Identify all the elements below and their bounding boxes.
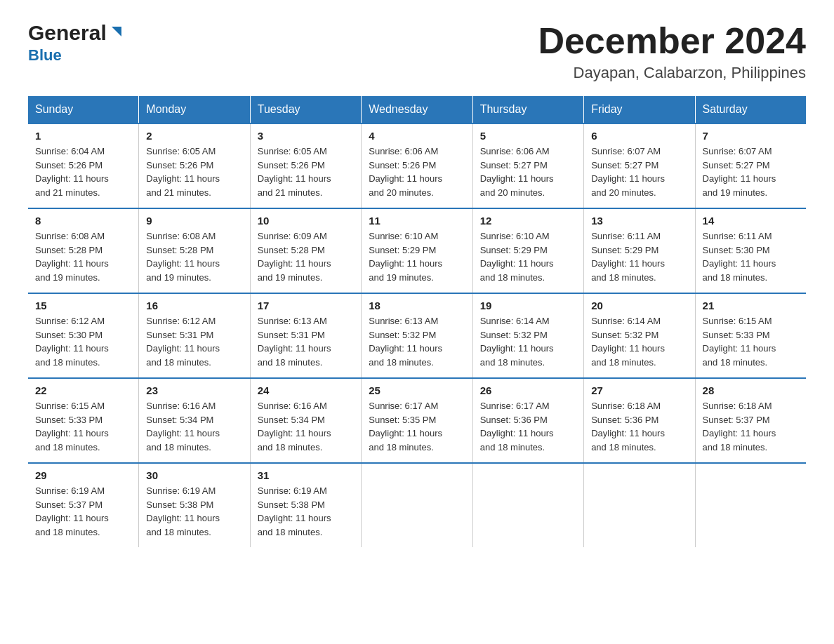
day-number: 30 [146,469,242,481]
day-info: Sunrise: 6:15 AM Sunset: 5:33 PM Dayligh… [703,314,799,369]
day-number: 5 [480,130,576,142]
day-number: 9 [146,215,242,227]
day-info: Sunrise: 6:11 AM Sunset: 5:30 PM Dayligh… [703,229,799,284]
day-info: Sunrise: 6:14 AM Sunset: 5:32 PM Dayligh… [591,314,687,369]
calendar-cell: 23 Sunrise: 6:16 AM Sunset: 5:34 PM Dayl… [139,378,250,463]
day-info: Sunrise: 6:19 AM Sunset: 5:38 PM Dayligh… [258,484,354,539]
day-info: Sunrise: 6:18 AM Sunset: 5:36 PM Dayligh… [591,399,687,454]
calendar-table: SundayMondayTuesdayWednesdayThursdayFrid… [28,96,806,547]
svg-marker-0 [112,27,121,36]
day-info: Sunrise: 6:12 AM Sunset: 5:30 PM Dayligh… [35,314,131,369]
day-info: Sunrise: 6:19 AM Sunset: 5:37 PM Dayligh… [35,484,131,539]
day-number: 10 [258,215,354,227]
day-info: Sunrise: 6:07 AM Sunset: 5:27 PM Dayligh… [591,145,687,199]
day-info: Sunrise: 6:15 AM Sunset: 5:33 PM Dayligh… [35,399,131,454]
day-number: 22 [35,384,131,396]
day-number: 3 [258,130,354,142]
day-info: Sunrise: 6:13 AM Sunset: 5:32 PM Dayligh… [369,314,465,369]
calendar-cell: 9 Sunrise: 6:08 AM Sunset: 5:28 PM Dayli… [139,208,250,293]
day-number: 26 [480,384,576,396]
day-header-friday: Friday [584,96,695,123]
logo-general-text: General [28,21,107,45]
day-number: 21 [703,300,799,311]
day-header-wednesday: Wednesday [362,96,472,123]
day-info: Sunrise: 6:10 AM Sunset: 5:29 PM Dayligh… [480,229,576,284]
day-number: 27 [591,384,687,396]
calendar-cell: 26 Sunrise: 6:17 AM Sunset: 5:36 PM Dayl… [472,378,583,463]
day-info: Sunrise: 6:06 AM Sunset: 5:27 PM Dayligh… [480,145,576,199]
calendar-cell: 10 Sunrise: 6:09 AM Sunset: 5:28 PM Dayl… [250,208,361,293]
day-number: 25 [369,384,465,396]
day-info: Sunrise: 6:17 AM Sunset: 5:36 PM Dayligh… [480,399,576,454]
day-number: 1 [35,130,131,142]
day-number: 2 [146,130,242,142]
day-number: 7 [703,130,799,142]
calendar-cell: 11 Sunrise: 6:10 AM Sunset: 5:29 PM Dayl… [362,208,472,293]
calendar-cell: 17 Sunrise: 6:13 AM Sunset: 5:31 PM Dayl… [250,293,361,378]
day-info: Sunrise: 6:17 AM Sunset: 5:35 PM Dayligh… [369,399,465,454]
logo: General Blue [28,21,124,65]
calendar-subtitle: Dayapan, Calabarzon, Philippines [538,64,806,82]
calendar-week-row: 22 Sunrise: 6:15 AM Sunset: 5:33 PM Dayl… [28,378,806,463]
day-header-tuesday: Tuesday [250,96,361,123]
day-number: 31 [258,469,354,481]
day-info: Sunrise: 6:09 AM Sunset: 5:28 PM Dayligh… [258,229,354,284]
day-number: 16 [146,300,242,311]
calendar-cell: 22 Sunrise: 6:15 AM Sunset: 5:33 PM Dayl… [28,378,139,463]
day-number: 13 [591,215,687,227]
calendar-cell: 12 Sunrise: 6:10 AM Sunset: 5:29 PM Dayl… [472,208,583,293]
day-header-thursday: Thursday [472,96,583,123]
calendar-cell: 13 Sunrise: 6:11 AM Sunset: 5:29 PM Dayl… [584,208,695,293]
day-info: Sunrise: 6:16 AM Sunset: 5:34 PM Dayligh… [258,399,354,454]
day-info: Sunrise: 6:10 AM Sunset: 5:29 PM Dayligh… [369,229,465,284]
day-info: Sunrise: 6:13 AM Sunset: 5:31 PM Dayligh… [258,314,354,369]
day-info: Sunrise: 6:18 AM Sunset: 5:37 PM Dayligh… [703,399,799,454]
calendar-cell: 28 Sunrise: 6:18 AM Sunset: 5:37 PM Dayl… [695,378,806,463]
day-info: Sunrise: 6:07 AM Sunset: 5:27 PM Dayligh… [703,145,799,199]
calendar-cell: 6 Sunrise: 6:07 AM Sunset: 5:27 PM Dayli… [584,123,695,208]
calendar-cell: 19 Sunrise: 6:14 AM Sunset: 5:32 PM Dayl… [472,293,583,378]
day-info: Sunrise: 6:08 AM Sunset: 5:28 PM Dayligh… [35,229,131,284]
day-number: 20 [591,300,687,311]
day-number: 17 [258,300,354,311]
title-section: December 2024 Dayapan, Calabarzon, Phili… [538,21,806,82]
day-info: Sunrise: 6:14 AM Sunset: 5:32 PM Dayligh… [480,314,576,369]
logo-arrow-icon [109,24,124,42]
day-number: 23 [146,384,242,396]
calendar-week-row: 8 Sunrise: 6:08 AM Sunset: 5:28 PM Dayli… [28,208,806,293]
day-number: 18 [369,300,465,311]
calendar-title: December 2024 [538,21,806,61]
day-info: Sunrise: 6:16 AM Sunset: 5:34 PM Dayligh… [146,399,242,454]
day-info: Sunrise: 6:11 AM Sunset: 5:29 PM Dayligh… [591,229,687,284]
day-number: 14 [703,215,799,227]
calendar-cell: 14 Sunrise: 6:11 AM Sunset: 5:30 PM Dayl… [695,208,806,293]
day-number: 4 [369,130,465,142]
calendar-cell: 20 Sunrise: 6:14 AM Sunset: 5:32 PM Dayl… [584,293,695,378]
day-info: Sunrise: 6:12 AM Sunset: 5:31 PM Dayligh… [146,314,242,369]
calendar-cell: 2 Sunrise: 6:05 AM Sunset: 5:26 PM Dayli… [139,123,250,208]
calendar-cell [472,463,583,547]
calendar-cell [362,463,472,547]
calendar-cell: 29 Sunrise: 6:19 AM Sunset: 5:37 PM Dayl… [28,463,139,547]
day-number: 6 [591,130,687,142]
calendar-week-row: 1 Sunrise: 6:04 AM Sunset: 5:26 PM Dayli… [28,123,806,208]
calendar-week-row: 29 Sunrise: 6:19 AM Sunset: 5:37 PM Dayl… [28,463,806,547]
day-number: 11 [369,215,465,227]
day-info: Sunrise: 6:05 AM Sunset: 5:26 PM Dayligh… [146,145,242,199]
calendar-cell: 18 Sunrise: 6:13 AM Sunset: 5:32 PM Dayl… [362,293,472,378]
day-number: 24 [258,384,354,396]
day-number: 28 [703,384,799,396]
calendar-cell: 31 Sunrise: 6:19 AM Sunset: 5:38 PM Dayl… [250,463,361,547]
calendar-cell [584,463,695,547]
calendar-cell [695,463,806,547]
calendar-cell: 30 Sunrise: 6:19 AM Sunset: 5:38 PM Dayl… [139,463,250,547]
day-header-saturday: Saturday [695,96,806,123]
day-number: 19 [480,300,576,311]
calendar-cell: 8 Sunrise: 6:08 AM Sunset: 5:28 PM Dayli… [28,208,139,293]
calendar-cell: 3 Sunrise: 6:05 AM Sunset: 5:26 PM Dayli… [250,123,361,208]
logo-blue-text: Blue [28,46,62,65]
calendar-cell: 7 Sunrise: 6:07 AM Sunset: 5:27 PM Dayli… [695,123,806,208]
calendar-cell: 15 Sunrise: 6:12 AM Sunset: 5:30 PM Dayl… [28,293,139,378]
day-info: Sunrise: 6:08 AM Sunset: 5:28 PM Dayligh… [146,229,242,284]
calendar-header-row: SundayMondayTuesdayWednesdayThursdayFrid… [28,96,806,123]
